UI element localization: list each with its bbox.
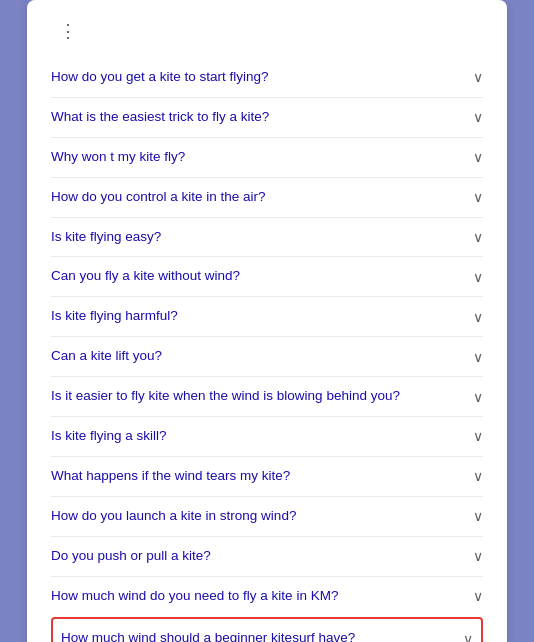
faq-question: What is the easiest trick to fly a kite? (51, 108, 473, 127)
highlighted-section: How much wind should a beginner kitesurf… (51, 617, 483, 642)
faq-item[interactable]: Is kite flying a skill? ∨ (51, 417, 483, 457)
faq-question: How do you get a kite to start flying? (51, 68, 473, 87)
chevron-down-icon: ∨ (473, 389, 483, 405)
faq-item[interactable]: How do you control a kite in the air? ∨ (51, 178, 483, 218)
faq-question: Can a kite lift you? (51, 347, 473, 366)
faq-item[interactable]: Is kite flying easy? ∨ (51, 218, 483, 258)
faq-item[interactable]: Why won t my kite fly? ∨ (51, 138, 483, 178)
faq-item[interactable]: Can a kite lift you? ∨ (51, 337, 483, 377)
chevron-down-icon: ∨ (473, 588, 483, 604)
faq-question: Is it easier to fly kite when the wind i… (51, 387, 473, 406)
chevron-down-icon: ∨ (473, 349, 483, 365)
faq-list: How do you get a kite to start flying? ∨… (51, 58, 483, 642)
faq-item[interactable]: What is the easiest trick to fly a kite?… (51, 98, 483, 138)
faq-item[interactable]: How do you launch a kite in strong wind?… (51, 497, 483, 537)
chevron-down-icon: ∨ (473, 229, 483, 245)
chevron-down-icon: ∨ (473, 269, 483, 285)
faq-question: How do you control a kite in the air? (51, 188, 473, 207)
faq-question: Do you push or pull a kite? (51, 547, 473, 566)
chevron-down-icon: ∨ (473, 189, 483, 205)
faq-card: ⋮ How do you get a kite to start flying?… (27, 0, 507, 642)
chevron-down-icon: ∨ (473, 428, 483, 444)
faq-question: Can you fly a kite without wind? (51, 267, 473, 286)
faq-item[interactable]: Can you fly a kite without wind? ∨ (51, 257, 483, 297)
faq-question: Is kite flying harmful? (51, 307, 473, 326)
chevron-down-icon: ∨ (473, 309, 483, 325)
faq-question: How much wind should a beginner kitesurf… (61, 629, 463, 642)
faq-question: Is kite flying easy? (51, 228, 473, 247)
chevron-down-icon: ∨ (473, 69, 483, 85)
faq-question: What happens if the wind tears my kite? (51, 467, 473, 486)
chevron-down-icon: ∨ (473, 508, 483, 524)
chevron-down-icon: ∨ (473, 149, 483, 165)
section-header: ⋮ (51, 20, 483, 42)
faq-question: How do you launch a kite in strong wind? (51, 507, 473, 526)
faq-item[interactable]: Is kite flying harmful? ∨ (51, 297, 483, 337)
chevron-down-icon: ∨ (473, 468, 483, 484)
faq-item[interactable]: Do you push or pull a kite? ∨ (51, 537, 483, 577)
chevron-down-icon: ∨ (463, 631, 473, 642)
dots-menu-icon[interactable]: ⋮ (59, 20, 79, 42)
chevron-down-icon: ∨ (473, 548, 483, 564)
faq-question: Is kite flying a skill? (51, 427, 473, 446)
faq-item[interactable]: How do you get a kite to start flying? ∨ (51, 58, 483, 98)
faq-item[interactable]: What happens if the wind tears my kite? … (51, 457, 483, 497)
faq-question: Why won t my kite fly? (51, 148, 473, 167)
chevron-down-icon: ∨ (473, 109, 483, 125)
faq-item[interactable]: Is it easier to fly kite when the wind i… (51, 377, 483, 417)
faq-question: How much wind do you need to fly a kite … (51, 587, 473, 606)
faq-item-highlighted[interactable]: How much wind should a beginner kitesurf… (53, 619, 481, 642)
faq-item[interactable]: How much wind do you need to fly a kite … (51, 577, 483, 616)
